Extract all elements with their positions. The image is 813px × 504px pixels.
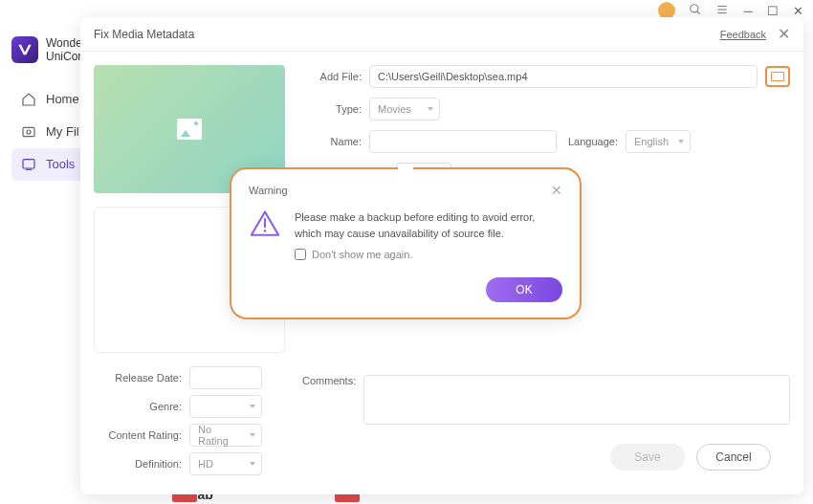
- comments-input[interactable]: [363, 375, 790, 425]
- dont-show-label: Don't show me again.: [312, 249, 412, 260]
- image-placeholder-icon: [177, 119, 202, 140]
- svg-line-1: [697, 11, 700, 13]
- window-titlebar: ─ ☐ ✕: [0, 0, 813, 17]
- name-input[interactable]: [369, 130, 557, 153]
- type-select[interactable]: Movies: [369, 98, 440, 121]
- ok-button[interactable]: OK: [486, 277, 562, 302]
- language-label: Language:: [564, 136, 618, 147]
- svg-rect-5: [23, 127, 34, 136]
- name-label: Name:: [302, 136, 362, 147]
- sidebar-item-label: Home: [46, 92, 79, 106]
- warning-icon: [249, 209, 281, 238]
- modal-header: Fix Media Metadata Feedback ✕: [80, 17, 803, 52]
- cancel-button[interactable]: Cancel: [696, 444, 771, 471]
- save-button: Save: [610, 444, 685, 471]
- search-icon[interactable]: [689, 3, 702, 19]
- release-date-label: Release Date:: [94, 372, 182, 383]
- content-rating-label: Content Rating:: [94, 429, 182, 441]
- feedback-link[interactable]: Feedback: [720, 29, 766, 40]
- file-path-input[interactable]: [369, 65, 758, 88]
- genre-label: Genre:: [94, 401, 182, 412]
- type-label: Type:: [302, 103, 362, 115]
- definition-label: Definition:: [94, 458, 182, 470]
- genre-select[interactable]: [189, 395, 262, 418]
- browse-button[interactable]: [765, 66, 790, 87]
- definition-select[interactable]: HD: [189, 452, 262, 475]
- svg-rect-7: [23, 159, 34, 167]
- svg-point-0: [691, 4, 698, 11]
- svg-point-6: [27, 130, 31, 134]
- dont-show-again-checkbox[interactable]: Don't show me again.: [295, 249, 562, 260]
- content-rating-select[interactable]: No Rating: [189, 424, 262, 447]
- tools-icon: [21, 157, 36, 172]
- sidebar-item-label: My Fil: [46, 124, 79, 139]
- maximize-button[interactable]: ☐: [767, 5, 779, 16]
- svg-point-10: [264, 230, 267, 232]
- warning-title: Warning: [249, 185, 288, 196]
- close-window-button[interactable]: ✕: [792, 5, 803, 16]
- sidebar-item-label: Tools: [46, 157, 75, 171]
- warning-dialog: Warning ✕ Please make a backup before ed…: [230, 167, 582, 319]
- release-date-input[interactable]: [189, 366, 262, 389]
- folder-open-icon: [771, 72, 784, 81]
- menu-icon[interactable]: [715, 3, 729, 19]
- add-file-label: Add File:: [302, 71, 362, 82]
- language-select[interactable]: English: [626, 130, 691, 153]
- home-icon: [21, 92, 36, 107]
- modal-close-button[interactable]: ✕: [778, 25, 790, 43]
- folder-icon: [21, 124, 36, 140]
- dont-show-checkbox-input[interactable]: [295, 249, 306, 260]
- warning-close-button[interactable]: ✕: [551, 183, 562, 198]
- brand-logo-icon: [11, 36, 38, 63]
- warning-message: Please make a backup before editing to a…: [295, 209, 562, 241]
- modal-title: Fix Media Metadata: [94, 28, 194, 41]
- minimize-button[interactable]: ─: [742, 5, 754, 16]
- comments-label: Comments:: [302, 375, 356, 386]
